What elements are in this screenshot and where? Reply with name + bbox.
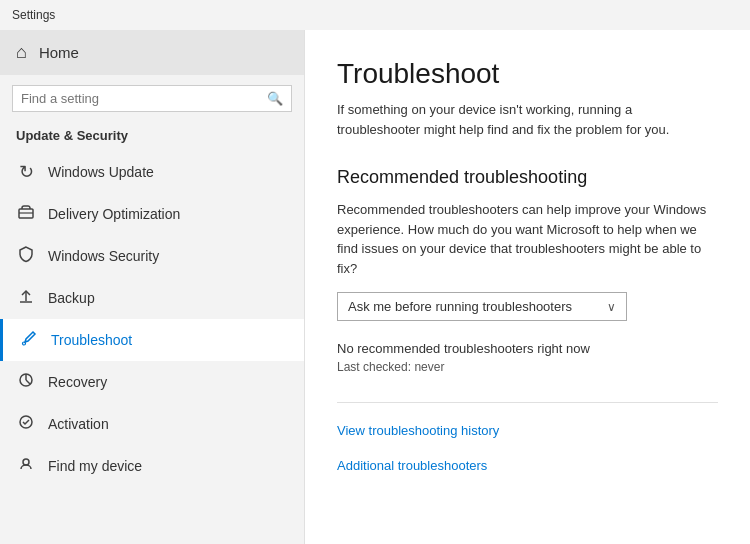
- sidebar-item-delivery-optimization[interactable]: Delivery Optimization: [0, 193, 304, 235]
- page-description: If something on your device isn't workin…: [337, 100, 718, 139]
- find-device-icon: [16, 455, 36, 477]
- backup-icon: [16, 287, 36, 309]
- recommended-description: Recommended troubleshooters can help imp…: [337, 200, 718, 278]
- troubleshoot-icon: [19, 329, 39, 351]
- dropdown-label: Ask me before running troubleshooters: [348, 299, 572, 314]
- troubleshoot-dropdown[interactable]: Ask me before running troubleshooters ∨: [337, 292, 627, 321]
- title-bar: Settings: [0, 0, 750, 30]
- dropdown-arrow-icon: ∨: [607, 300, 616, 314]
- delivery-icon: [16, 203, 36, 225]
- search-box[interactable]: 🔍: [12, 85, 292, 112]
- sidebar-label: Windows Security: [48, 248, 159, 264]
- sidebar-item-activation[interactable]: Activation: [0, 403, 304, 445]
- sidebar-label: Recovery: [48, 374, 107, 390]
- sidebar-item-backup[interactable]: Backup: [0, 277, 304, 319]
- app-container: Home 🔍 Update & Security ↻ Windows Updat…: [0, 30, 750, 544]
- no-troubleshooters-text: No recommended troubleshooters right now: [337, 341, 718, 356]
- sidebar-home-label: Home: [39, 44, 79, 61]
- additional-troubleshooters-link[interactable]: Additional troubleshooters: [337, 458, 718, 473]
- sidebar-label: Activation: [48, 416, 109, 432]
- search-icon: 🔍: [267, 91, 283, 106]
- sidebar-section-title: Update & Security: [0, 124, 304, 151]
- update-icon: ↻: [16, 161, 36, 183]
- sidebar-label: Troubleshoot: [51, 332, 132, 348]
- svg-line-7: [26, 380, 30, 384]
- sidebar: Home 🔍 Update & Security ↻ Windows Updat…: [0, 30, 305, 544]
- main-content: Troubleshoot If something on your device…: [305, 30, 750, 544]
- sidebar-label: Windows Update: [48, 164, 154, 180]
- app-title: Settings: [12, 8, 55, 22]
- recommended-heading: Recommended troubleshooting: [337, 167, 718, 188]
- svg-point-4: [23, 342, 26, 345]
- sidebar-item-troubleshoot[interactable]: Troubleshoot: [0, 319, 304, 361]
- sidebar-label: Backup: [48, 290, 95, 306]
- search-input[interactable]: [21, 91, 267, 106]
- sidebar-item-find-my-device[interactable]: Find my device: [0, 445, 304, 487]
- view-history-link[interactable]: View troubleshooting history: [337, 423, 718, 438]
- svg-point-9: [23, 459, 29, 465]
- last-checked-text: Last checked: never: [337, 360, 718, 374]
- sidebar-item-home[interactable]: Home: [0, 30, 304, 75]
- home-icon: [16, 42, 27, 63]
- divider: [337, 402, 718, 403]
- sidebar-label: Delivery Optimization: [48, 206, 180, 222]
- activation-icon: [16, 413, 36, 435]
- recovery-icon: [16, 371, 36, 393]
- sidebar-item-windows-security[interactable]: Windows Security: [0, 235, 304, 277]
- sidebar-label: Find my device: [48, 458, 142, 474]
- sidebar-item-windows-update[interactable]: ↻ Windows Update: [0, 151, 304, 193]
- page-title: Troubleshoot: [337, 58, 718, 90]
- sidebar-item-recovery[interactable]: Recovery: [0, 361, 304, 403]
- security-icon: [16, 245, 36, 267]
